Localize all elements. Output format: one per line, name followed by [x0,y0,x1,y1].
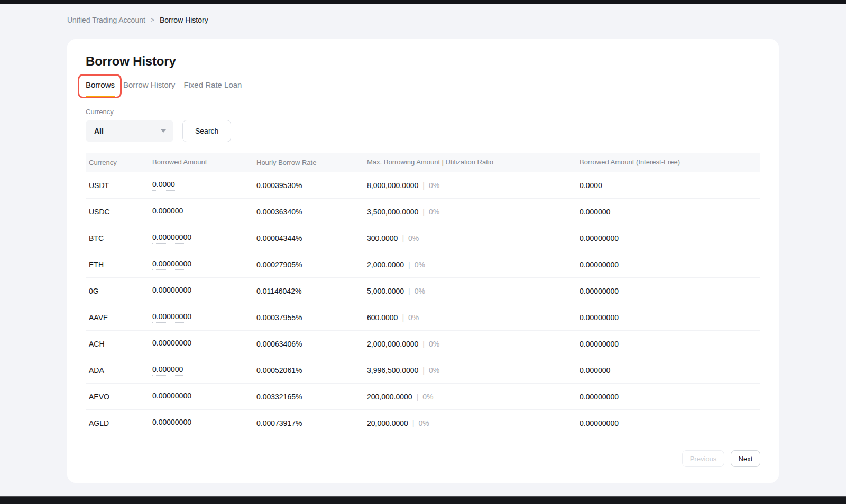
value-separator: | [422,181,425,190]
borrows-table: CurrencyBorrowed AmountHourly Borrow Rat… [86,153,760,436]
column-header: Borrowed Amount (Interest-Free) [580,158,760,167]
breadcrumb-parent-link[interactable]: Unified Trading Account [67,16,145,24]
utilization-ratio: 0% [415,287,425,295]
tab-label: Borrows [86,80,115,89]
table-row: ADA 0.000000 0.00052061% 3,996,500.0000|… [86,357,760,384]
max-borrowing-amount: 8,000,000.0000 [367,181,418,190]
breadcrumb: Unified Trading Account > Borrow History [67,16,846,24]
table-row: ETH 0.00000000 0.00027905% 2,000.0000|0%… [86,251,760,278]
previous-page-button[interactable]: Previous [682,450,724,467]
cell-currency: AGLD [89,419,152,427]
max-borrowing-amount: 20,000.0000 [367,419,408,427]
value-separator: | [412,419,415,427]
table-header-row: CurrencyBorrowed AmountHourly Borrow Rat… [86,153,760,172]
value-separator: | [422,366,425,375]
cell-max-borrowing: 200,000.0000|0% [367,393,580,401]
cell-max-borrowing: 600.0000|0% [367,313,580,322]
cell-currency: ADA [89,366,152,375]
max-borrowing-amount: 2,000,000.0000 [367,340,418,348]
cell-interest-free: 0.00000000 [580,287,760,295]
window-bottom-bar [0,496,846,504]
cell-currency: BTC [89,234,152,242]
pagination: Previous Next [86,450,760,467]
borrow-history-card: Borrow History Borrows Borrow History Fi… [67,39,779,483]
tab-borrow-history[interactable]: Borrow History [123,77,175,97]
cell-max-borrowing: 20,000.0000|0% [367,419,580,427]
cell-interest-free: 0.00000000 [580,234,760,242]
cell-borrowed-amount: 0.000000 [152,365,183,376]
cell-interest-free: 0.00000000 [580,393,760,401]
value-separator: | [422,208,425,216]
page-title: Borrow History [86,54,760,69]
tab-borrows[interactable]: Borrows [86,77,115,97]
table-row: USDC 0.000000 0.00036340% 3,500,000.0000… [86,199,760,225]
filter-section: Currency All Search [86,108,760,142]
table-row: AGLD 0.00000000 0.00073917% 20,000.0000|… [86,410,760,436]
tab-label: Borrow History [123,80,175,89]
currency-select[interactable]: All [86,120,173,142]
table-row: AEVO 0.00000000 0.00332165% 200,000.0000… [86,384,760,410]
utilization-ratio: 0% [419,419,429,427]
column-header: Borrowed Amount [152,158,256,167]
cell-borrowed-amount: 0.000000 [152,207,183,217]
cell-borrowed-amount: 0.00000000 [152,418,191,428]
cell-hourly-borrow-rate: 0.00063406% [256,340,367,348]
cell-currency: ETH [89,260,152,269]
cell-currency: USDC [89,208,152,216]
value-separator: | [422,340,425,348]
cell-max-borrowing: 8,000,000.0000|0% [367,181,580,190]
value-separator: | [408,287,410,295]
cell-hourly-borrow-rate: 0.00004344% [256,234,367,242]
cell-interest-free: 0.00000000 [580,419,760,427]
caret-down-icon [161,129,166,133]
cell-hourly-borrow-rate: 0.00036340% [256,208,367,216]
cell-interest-free: 0.000000 [580,366,760,375]
cell-interest-free: 0.00000000 [580,260,760,269]
cell-borrowed-amount: 0.00000000 [152,259,191,270]
table-body: USDT 0.0000 0.00039530% 8,000,000.0000|0… [86,172,760,436]
cell-hourly-borrow-rate: 0.01146042% [256,287,367,295]
max-borrowing-amount: 5,000.0000 [367,287,404,295]
cell-hourly-borrow-rate: 0.00332165% [256,393,367,401]
cell-borrowed-amount: 0.00000000 [152,286,191,296]
utilization-ratio: 0% [408,234,419,242]
utilization-ratio: 0% [429,181,439,190]
cell-hourly-borrow-rate: 0.00052061% [256,366,367,375]
tab-fixed-rate-loan[interactable]: Fixed Rate Loan [183,77,242,97]
table-row: 0G 0.00000000 0.01146042% 5,000.0000|0% … [86,278,760,304]
table-row: BTC 0.00000000 0.00004344% 300.0000|0% 0… [86,225,760,251]
cell-max-borrowing: 3,996,500.0000|0% [367,366,580,375]
column-header: Max. Borrowing Amount | Utilization Rati… [367,158,580,167]
tab-label: Fixed Rate Loan [183,80,242,89]
cell-max-borrowing: 300.0000|0% [367,234,580,242]
utilization-ratio: 0% [429,208,439,216]
cell-borrowed-amount: 0.00000000 [152,233,191,244]
column-header: Currency [89,158,152,166]
tabs: Borrows Borrow History Fixed Rate Loan [86,77,760,97]
utilization-ratio: 0% [422,393,433,401]
table-row: USDT 0.0000 0.00039530% 8,000,000.0000|0… [86,172,760,199]
cell-currency: AEVO [89,393,152,401]
max-borrowing-amount: 3,500,000.0000 [367,208,418,216]
value-separator: | [408,260,410,269]
cell-max-borrowing: 5,000.0000|0% [367,287,580,295]
cell-hourly-borrow-rate: 0.00037955% [256,313,367,322]
utilization-ratio: 0% [429,340,439,348]
cell-borrowed-amount: 0.00000000 [152,312,191,323]
cell-currency: AAVE [89,313,152,322]
table-row: ACH 0.00000000 0.00063406% 2,000,000.000… [86,331,760,357]
search-button[interactable]: Search [182,120,231,142]
cell-interest-free: 0.00000000 [580,340,760,348]
table-row: AAVE 0.00000000 0.00037955% 600.0000|0% … [86,304,760,331]
cell-currency: 0G [89,287,152,295]
cell-borrowed-amount: 0.0000 [152,180,175,191]
max-borrowing-amount: 600.0000 [367,313,398,322]
max-borrowing-amount: 2,000.0000 [367,260,404,269]
cell-currency: ACH [89,340,152,348]
max-borrowing-amount: 3,996,500.0000 [367,366,418,375]
max-borrowing-amount: 200,000.0000 [367,393,412,401]
cell-hourly-borrow-rate: 0.00073917% [256,419,367,427]
cell-max-borrowing: 2,000,000.0000|0% [367,340,580,348]
next-page-button[interactable]: Next [731,450,760,467]
max-borrowing-amount: 300.0000 [367,234,398,242]
